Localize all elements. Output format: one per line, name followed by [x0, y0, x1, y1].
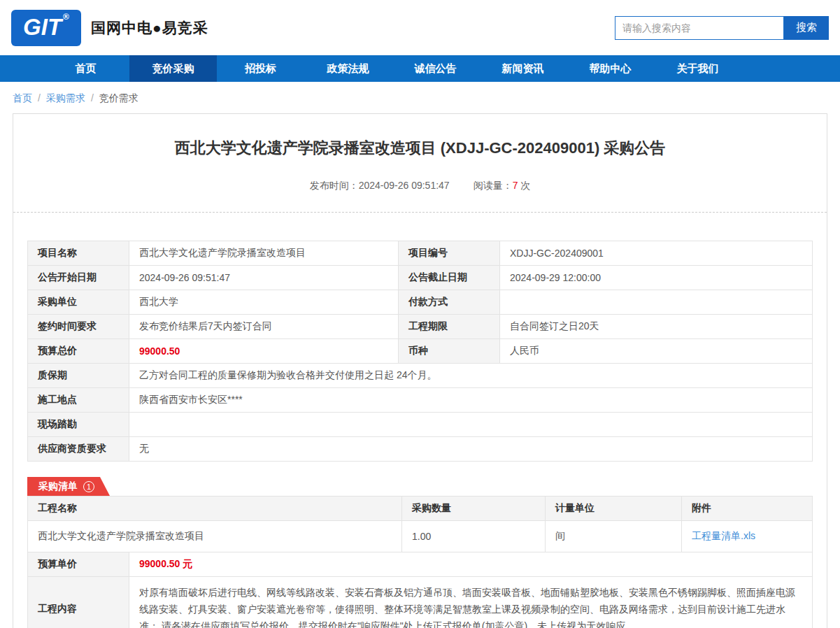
field-value: 陕西省西安市长安区**** — [129, 388, 813, 413]
purchase-list-table: 工程名称 采购数量 计量单位 附件 西北大学文化遗产学院录播室改造项目 1.00… — [27, 496, 813, 628]
table-row: 现场踏勘 — [28, 413, 813, 437]
attachment-link[interactable]: 工程量清单.xls — [692, 530, 755, 541]
nav-item-help-center[interactable]: 帮助中心 — [567, 55, 654, 82]
read-count-label: 阅读量： — [474, 180, 513, 191]
nav-item-about-us[interactable]: 关于我们 — [654, 55, 741, 82]
table-row: 施工地点 陕西省西安市长安区**** — [28, 388, 813, 413]
field-value: 自合同签订之日20天 — [500, 315, 813, 339]
project-name-cell: 西北大学文化遗产学院录播室改造项目 — [28, 521, 402, 552]
field-label: 公告开始日期 — [28, 266, 129, 290]
budget-unit-price-value: 99000.50 元 — [129, 552, 813, 577]
field-value: 西北大学 — [129, 290, 399, 315]
page-title: 西北大学文化遗产学院录播室改造项目 (XDJJ-GC-202409001) 采购… — [34, 138, 806, 159]
search-input[interactable] — [615, 16, 784, 40]
purchase-list-count-badge: 1 — [83, 481, 94, 492]
publish-time-label: 发布时间： — [310, 180, 359, 191]
field-value — [500, 290, 813, 315]
field-label: 采购单位 — [28, 290, 129, 315]
field-label: 公告截止日期 — [399, 266, 500, 290]
announcement-panel: 西北大学文化遗产学院录播室改造项目 (XDJJ-GC-202409001) 采购… — [13, 113, 827, 628]
site-logo[interactable]: GIT® — [11, 10, 81, 46]
unit-cell: 间 — [546, 521, 682, 552]
field-value: 2024-09-26 09:51:47 — [129, 266, 399, 290]
budget-unit-price-label: 预算单价 — [28, 552, 129, 577]
field-label: 预算总价 — [28, 339, 129, 364]
breadcrumb-separator: / — [38, 92, 41, 104]
field-label: 施工地点 — [28, 388, 129, 413]
field-label: 付款方式 — [399, 290, 500, 315]
registered-mark-icon: ® — [63, 10, 69, 24]
work-content-label: 工程内容 — [28, 577, 129, 628]
column-header-unit: 计量单位 — [546, 497, 682, 521]
field-value: 无 — [129, 437, 813, 462]
nav-item-policies[interactable]: 政策法规 — [304, 55, 392, 82]
breadcrumb-current: 竞价需求 — [99, 92, 138, 104]
field-value: XDJJ-GC-202409001 — [500, 241, 813, 266]
work-content-value: 对原有墙面破坏后进行电线、网线等线路改装、安装石膏板及铝方通吊顶、墙面安装吸音板… — [129, 577, 813, 628]
column-header-attachment: 附件 — [682, 497, 813, 521]
article-meta: 发布时间：2024-09-26 09:51:47阅读量：7 次 — [34, 180, 806, 192]
field-value — [129, 413, 813, 437]
breadcrumb: 首页/采购需求/竞价需求 — [0, 82, 840, 113]
nav-item-tendering[interactable]: 招投标 — [217, 55, 304, 82]
field-label: 项目名称 — [28, 241, 129, 266]
brand-title: 国网中电●易竞采 — [91, 18, 208, 38]
field-label: 质保期 — [28, 364, 129, 388]
table-row: 采购单位 西北大学 付款方式 — [28, 290, 813, 315]
purchase-list-badge: 采购清单 1 — [27, 477, 110, 496]
table-row: 工程内容 对原有墙面破坏后进行电线、网线等线路改装、安装石膏板及铝方通吊顶、墙面… — [28, 577, 813, 628]
field-label: 工程期限 — [399, 315, 500, 339]
nav-item-home[interactable]: 首页 — [42, 55, 129, 82]
page-header: GIT® 国网中电●易竞采 搜索 — [0, 0, 840, 55]
field-label: 项目编号 — [399, 241, 500, 266]
read-count-value: 7 — [513, 180, 518, 191]
field-value: 发布竞价结果后7天内签订合同 — [129, 315, 399, 339]
budget-total-value: 99000.50 — [129, 339, 399, 364]
read-count-unit: 次 — [520, 180, 530, 191]
article-header: 西北大学文化遗产学院录播室改造项目 (XDJJ-GC-202409001) 采购… — [13, 114, 827, 213]
field-label: 签约时间要求 — [28, 315, 129, 339]
table-row: 供应商资质要求 无 — [28, 437, 813, 462]
field-label: 币种 — [399, 339, 500, 364]
column-header-quantity: 采购数量 — [402, 497, 546, 521]
nav-item-news[interactable]: 新闻资讯 — [479, 55, 567, 82]
main-nav: 首页 竞价采购 招投标 政策法规 诚信公告 新闻资讯 帮助中心 关于我们 — [0, 55, 840, 82]
project-info-table: 项目名称 西北大学文化遗产学院录播室改造项目 项目编号 XDJJ-GC-2024… — [27, 241, 813, 462]
quantity-cell: 1.00 — [402, 521, 546, 552]
search-bar: 搜索 — [615, 16, 829, 40]
nav-item-integrity-notice[interactable]: 诚信公告 — [392, 55, 479, 82]
field-label: 现场踏勘 — [28, 413, 129, 437]
table-row: 公告开始日期 2024-09-26 09:51:47 公告截止日期 2024-0… — [28, 266, 813, 290]
nav-item-bidding-purchase[interactable]: 竞价采购 — [129, 55, 217, 82]
field-value: 人民币 — [500, 339, 813, 364]
purchase-list-badge-label: 采购清单 — [38, 480, 78, 493]
table-row: 签约时间要求 发布竞价结果后7天内签订合同 工程期限 自合同签订之日20天 — [28, 315, 813, 339]
table-row: 项目名称 西北大学文化遗产学院录播室改造项目 项目编号 XDJJ-GC-2024… — [28, 241, 813, 266]
table-row: 预算单价 99000.50 元 — [28, 552, 813, 577]
table-row: 西北大学文化遗产学院录播室改造项目 1.00 间 工程量清单.xls — [28, 521, 813, 552]
publish-time-value: 2024-09-26 09:51:47 — [359, 180, 450, 191]
field-value: 2024-09-29 12:00:00 — [500, 266, 813, 290]
breadcrumb-separator: / — [91, 92, 94, 104]
logo-text: GIT — [23, 10, 62, 45]
column-header-name: 工程名称 — [28, 497, 402, 521]
breadcrumb-purchase-demand[interactable]: 采购需求 — [46, 92, 85, 104]
table-row: 质保期 乙方对合同工程的质量保修期为验收合格并交付使用之日起 24个月。 — [28, 364, 813, 388]
field-value: 西北大学文化遗产学院录播室改造项目 — [129, 241, 399, 266]
search-button[interactable]: 搜索 — [784, 16, 829, 40]
table-header-row: 工程名称 采购数量 计量单位 附件 — [28, 497, 813, 521]
table-row: 预算总价 99000.50 币种 人民币 — [28, 339, 813, 364]
field-label: 供应商资质要求 — [28, 437, 129, 462]
breadcrumb-home[interactable]: 首页 — [13, 92, 32, 104]
field-value: 乙方对合同工程的质量保修期为验收合格并交付使用之日起 24个月。 — [129, 364, 813, 388]
